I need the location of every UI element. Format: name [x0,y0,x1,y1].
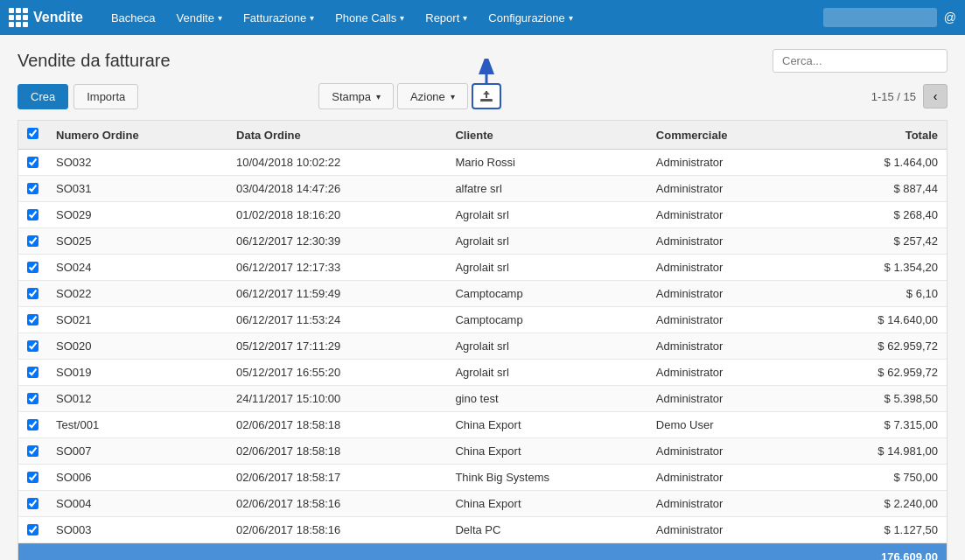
row-totale: $ 1.464,00 [808,150,947,176]
nav-vendite[interactable]: Vendite ▾ [166,0,233,35]
topnav-search-input[interactable] [823,8,937,27]
row-checkbox[interactable] [27,419,38,430]
row-checkbox-cell [18,307,47,333]
row-data: 02/06/2017 18:58:18 [227,412,446,438]
row-totale: $ 887,44 [808,176,947,202]
row-checkbox[interactable] [27,524,38,536]
row-numero: SO006 [47,465,227,491]
row-cliente: Agrolait srl [446,360,647,386]
row-checkbox[interactable] [27,340,38,352]
row-checkbox[interactable] [27,367,38,378]
row-totale: $ 6,10 [808,281,947,307]
topnav: Vendite Bacheca Vendite ▾ Fatturazione ▾… [0,0,965,35]
search-input[interactable] [773,49,948,73]
row-numero: SO031 [47,176,227,202]
svg-marker-5 [483,91,490,94]
row-numero: SO019 [47,360,227,386]
row-commerciale: Administrator [647,386,808,412]
row-checkbox-cell [18,517,47,543]
row-checkbox-cell [18,202,47,228]
row-cliente: Mario Rossi [446,150,647,176]
row-numero: SO025 [47,228,227,255]
app-logo[interactable]: Vendite [9,8,83,27]
row-commerciale: Administrator [647,360,808,386]
row-checkbox[interactable] [27,288,38,299]
table-row: SO007 02/06/2017 18:58:18 China Export A… [18,438,947,465]
row-commerciale: Demo User [647,412,808,438]
row-checkbox-cell [18,176,47,202]
table-row: SO020 05/12/2017 17:11:29 Agrolait srl A… [18,333,947,360]
table-header-row: Numero Ordine Data Ordine Cliente Commer… [18,121,947,150]
row-totale: $ 750,00 [808,465,947,491]
export-icon [479,89,493,103]
export-button[interactable] [472,83,501,109]
row-checkbox[interactable] [27,472,38,483]
chevron-down-icon: ▾ [400,13,404,23]
row-cliente: Camptocamp [446,281,647,307]
row-checkbox[interactable] [27,235,38,247]
table-row: SO012 24/11/2017 15:10:00 gino test Admi… [18,386,947,412]
svg-rect-2 [480,99,493,101]
row-cliente: Delta PC [446,517,647,543]
row-totale: $ 7.315,00 [808,412,947,438]
toolbar-right: 1-15 / 15 ‹ [871,84,948,108]
page-title: Vendite da fatturare [17,51,773,71]
nav-configurazione[interactable]: Configurazione ▾ [478,0,583,35]
row-totale: $ 62.959,72 [808,333,947,360]
table-row: SO006 02/06/2017 18:58:17 Think Big Syst… [18,465,947,491]
table-row: SO021 06/12/2017 11:53:24 Camptocamp Adm… [18,307,947,333]
row-data: 01/02/2018 18:16:20 [227,202,446,228]
azione-button[interactable]: Azione ▾ [397,83,468,109]
row-data: 02/06/2017 18:58:18 [227,438,446,465]
prev-page-button[interactable]: ‹ [923,84,948,108]
table-container: Numero Ordine Data Ordine Cliente Commer… [17,120,948,560]
row-commerciale: Administrator [647,438,808,465]
row-cliente: Agrolait srl [446,255,647,281]
toolbar: Crea Importa Stampa ▾ Azione ▾ [17,83,948,109]
nav-report[interactable]: Report ▾ [415,0,478,35]
row-checkbox-cell [18,333,47,360]
row-cliente: Think Big Systems [446,465,647,491]
table-row: SO004 02/06/2017 18:58:16 China Export A… [18,491,947,517]
row-checkbox[interactable] [27,262,38,273]
stampa-button[interactable]: Stampa ▾ [318,83,394,109]
row-data: 06/12/2017 12:17:33 [227,255,446,281]
table-row: SO032 10/04/2018 10:02:22 Mario Rossi Ad… [18,150,947,176]
row-checkbox[interactable] [27,445,38,457]
row-data: 10/04/2018 10:02:22 [227,150,446,176]
nav-phone-calls[interactable]: Phone Calls ▾ [325,0,415,35]
pagination-info: 1-15 / 15 [871,90,916,103]
topnav-at-icon: @ [944,10,956,24]
chevron-down-icon: ▾ [451,92,455,102]
nav-fatturazione[interactable]: Fatturazione ▾ [233,0,325,35]
row-checkbox-cell [18,465,47,491]
row-checkbox[interactable] [27,209,38,220]
row-data: 24/11/2017 15:10:00 [227,386,446,412]
row-data: 06/12/2017 11:53:24 [227,307,446,333]
crea-button[interactable]: Crea [17,84,68,109]
row-checkbox-cell [18,412,47,438]
row-data: 06/12/2017 12:30:39 [227,228,446,255]
row-checkbox[interactable] [27,393,38,404]
top-row: Vendite da fatturare [17,49,948,73]
row-totale: $ 257,42 [808,228,947,255]
row-checkbox-cell [18,360,47,386]
row-cliente: China Export [446,412,647,438]
row-numero: SO007 [47,438,227,465]
row-checkbox[interactable] [27,314,38,326]
row-totale: $ 1.127,50 [808,517,947,543]
row-totale: $ 14.981,00 [808,438,947,465]
table-row: SO022 06/12/2017 11:59:49 Camptocamp Adm… [18,281,947,307]
row-cliente: China Export [446,491,647,517]
importa-button[interactable]: Importa [73,84,138,109]
table-footer: 176.609,00 [18,543,947,560]
table-body: SO032 10/04/2018 10:02:22 Mario Rossi Ad… [18,150,947,543]
chevron-down-icon: ▾ [376,92,381,102]
select-all-checkbox[interactable] [27,128,38,139]
row-checkbox[interactable] [27,183,38,194]
row-checkbox[interactable] [27,498,38,509]
nav-bacheca[interactable]: Bacheca [101,0,166,35]
row-numero: SO004 [47,491,227,517]
export-button-container [472,83,501,109]
row-checkbox[interactable] [27,157,38,168]
